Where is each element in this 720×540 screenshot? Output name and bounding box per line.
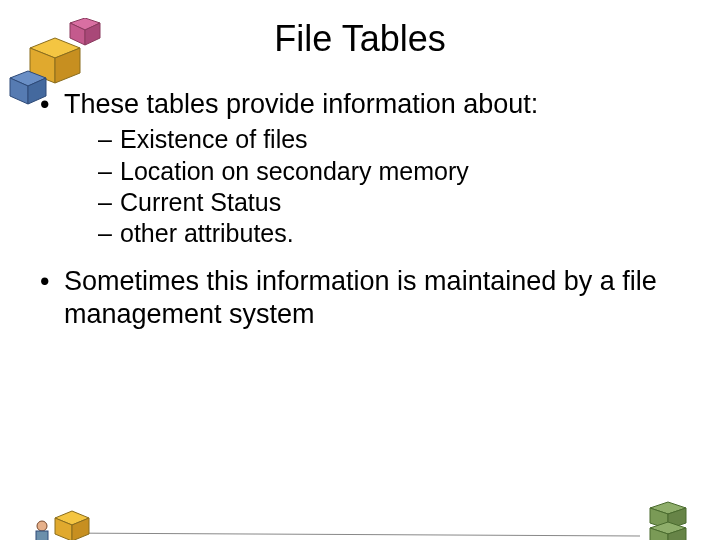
sub-bullet-item: Existence of files: [98, 124, 690, 155]
bullet-item: Sometimes this information is maintained…: [40, 265, 690, 330]
sub-bullet-item: Current Status: [98, 187, 690, 218]
box-pink-icon: [70, 18, 100, 45]
bullet-text: These tables provide information about:: [64, 89, 538, 119]
bullet-item: These tables provide information about: …: [40, 88, 690, 249]
sub-bullet-list: Existence of files Location on secondary…: [98, 124, 690, 249]
boxes-right-icon: [650, 502, 686, 540]
bullet-text: Sometimes this information is maintained…: [64, 266, 657, 328]
svg-point-12: [37, 521, 47, 531]
slide-content: These tables provide information about: …: [0, 88, 720, 330]
decorative-bottom: [0, 478, 720, 540]
sub-bullet-item: other attributes.: [98, 218, 690, 249]
slide: File Tables These tables provide informa…: [0, 18, 720, 540]
svg-rect-13: [36, 531, 48, 540]
divider-line-icon: [55, 533, 640, 536]
sub-bullet-item: Location on secondary memory: [98, 156, 690, 187]
figure-left-icon: [36, 511, 89, 540]
bullet-list: These tables provide information about: …: [40, 88, 690, 330]
